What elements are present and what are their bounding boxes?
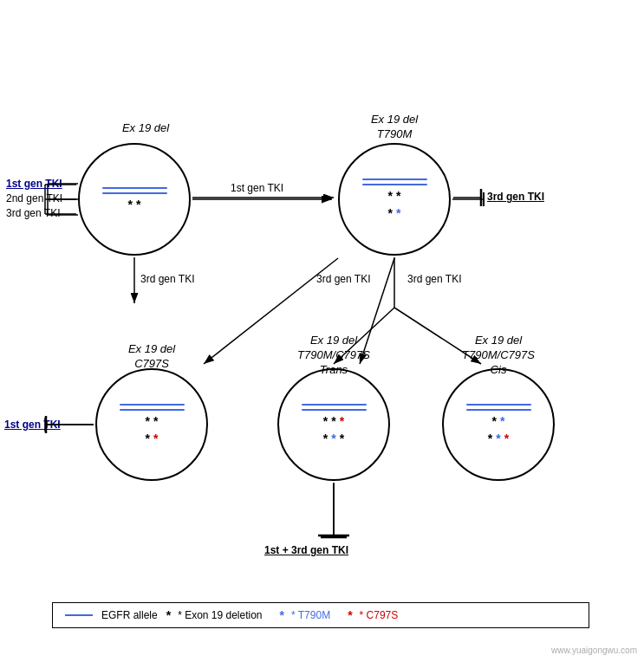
star-c5-red: * [504, 432, 509, 445]
arrows-overlay [0, 0, 644, 662]
star-c5-black: * [492, 414, 497, 428]
arrow-label-3rd-gen-trans: 3rd gen TKI [316, 273, 370, 285]
star-c2-black: * [388, 189, 393, 203]
legend-exon19-star: * [166, 608, 171, 622]
label-c3: Ex 19 del C797S [95, 342, 208, 372]
arrow-label-3rd-gen-cis: 3rd gen TKI [407, 273, 461, 285]
label-2nd-gen-tki-c1: 2nd gen TKI [6, 192, 62, 204]
star-black-1: * [128, 198, 133, 211]
legend-t790m-star: * [280, 608, 284, 622]
circle-trans: * * * * * * [277, 368, 390, 481]
star-c4-black4: * [340, 432, 344, 445]
star-c4-blue: * [331, 432, 335, 445]
star-c2-blue: * [396, 206, 400, 220]
star-c4-black2: * [331, 414, 335, 428]
star-c3-red: * [153, 432, 158, 445]
arrow-label-1st-gen: 1st gen TKI [231, 182, 283, 194]
label-c2: Ex 19 del T790M [338, 113, 451, 142]
arrow-label-3rd-gen-left: 3rd gen TKI [140, 273, 194, 285]
arrows-overlay2 [0, 0, 644, 662]
label-3rd-gen-tki-c1: 3rd gen TKI [6, 207, 60, 219]
circle-ex19del-t790m: * * * * [338, 143, 451, 256]
legend: EGFR allele * * Exon 19 deletion * * T79… [52, 602, 589, 628]
star-c4-black3: * [323, 432, 328, 445]
diagram: * * Ex 19 del * * * * Ex 19 del T790M [0, 0, 644, 662]
legend-t790m-label: * T790M [291, 609, 330, 621]
star-c2-black2: * [396, 189, 400, 203]
label-1st-gen-tki-c1: 1st gen TKI [6, 178, 62, 190]
star-c2-black3: * [388, 206, 393, 220]
label-c1: Ex 19 del [94, 121, 198, 136]
label-1st-gen-tki-c3: 1st gen TKI [4, 419, 61, 431]
star-black-2: * [136, 198, 140, 211]
label-1st-3rd-gen-tki: 1st + 3rd gen TKI [264, 544, 348, 556]
star-c3-black2: * [153, 414, 158, 428]
star-c5-blue2: * [496, 432, 500, 445]
legend-line [65, 614, 93, 616]
star-c3-black: * [146, 414, 150, 428]
legend-c797s-label: * C797S [360, 609, 399, 621]
circle-cis: * * * * * [442, 368, 555, 481]
legend-egfr-label: EGFR allele [101, 609, 158, 621]
legend-exon19-label: * Exon 19 deletion [178, 609, 262, 621]
star-c5-black2: * [488, 432, 492, 445]
star-c3-black3: * [146, 432, 150, 445]
circle-ex19del: * * [78, 143, 191, 256]
star-c4-red: * [340, 414, 344, 428]
star-c5-blue: * [500, 414, 504, 428]
label-c5: Ex 19 del T790M/C797S Cis [433, 334, 563, 378]
watermark: www.yuaigongwu.com [551, 646, 637, 655]
legend-c797s-star: * [348, 608, 352, 622]
label-c4: Ex 19 del T790M/C797S Trans [269, 334, 399, 378]
star-c4-black: * [323, 414, 328, 428]
circle-ex19del-c797s: * * * * [95, 368, 208, 481]
label-3rd-gen-tki-c2: 3rd gen TKI [487, 191, 544, 203]
